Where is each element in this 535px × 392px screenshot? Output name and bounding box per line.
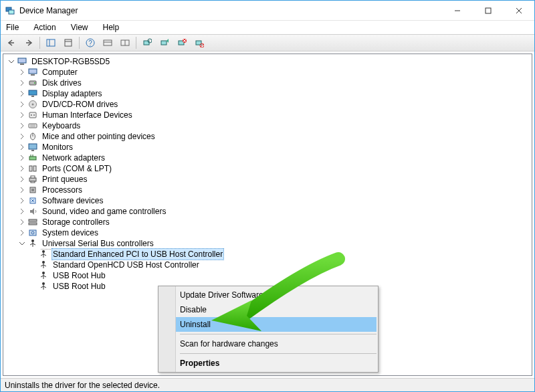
category-label: DVD/CD-ROM drives bbox=[41, 99, 119, 110]
chevron-right-icon[interactable] bbox=[17, 67, 27, 78]
usb-device[interactable]: Standard OpenHCD USB Host Controller bbox=[6, 260, 532, 270]
svg-rect-8 bbox=[47, 39, 55, 46]
category-label: Ports (COM & LPT) bbox=[41, 163, 113, 174]
chevron-right-icon[interactable] bbox=[17, 163, 27, 174]
tree-category[interactable]: Network adapters bbox=[6, 153, 532, 163]
svg-rect-10 bbox=[65, 39, 72, 46]
mouse-icon bbox=[27, 131, 38, 142]
scan-hardware-button[interactable] bbox=[139, 35, 155, 50]
svg-rect-1 bbox=[9, 10, 14, 14]
tree-category-usb[interactable]: Universal Serial Bus controllers bbox=[6, 238, 532, 249]
chevron-right-icon[interactable] bbox=[17, 206, 27, 217]
svg-line-66 bbox=[33, 243, 35, 245]
category-label: Disk drives bbox=[41, 78, 83, 88]
display-icon bbox=[27, 88, 38, 99]
category-label: Print queues bbox=[41, 174, 88, 185]
window-controls bbox=[442, 1, 534, 20]
disk-icon bbox=[27, 78, 38, 88]
svg-rect-29 bbox=[20, 64, 24, 65]
maximize-button[interactable] bbox=[473, 1, 504, 20]
tree-category[interactable]: Software devices bbox=[6, 195, 532, 206]
chevron-right-icon[interactable] bbox=[17, 227, 27, 238]
chevron-down-icon[interactable] bbox=[17, 238, 27, 249]
svg-point-71 bbox=[42, 261, 45, 264]
toolbar-separator bbox=[39, 37, 40, 49]
device-manager-window: Device Manager File Action View Help ? bbox=[0, 0, 535, 392]
svg-rect-20 bbox=[161, 41, 167, 45]
uninstall-button[interactable] bbox=[174, 35, 190, 50]
context-menu-disable[interactable]: Disable bbox=[160, 302, 377, 317]
svg-line-65 bbox=[30, 243, 33, 245]
chevron-right-icon[interactable] bbox=[17, 120, 27, 131]
context-menu-properties[interactable]: Properties bbox=[160, 356, 377, 371]
tree-category[interactable]: System devices bbox=[6, 227, 532, 238]
disable-button[interactable] bbox=[191, 35, 207, 50]
chevron-right-icon[interactable] bbox=[17, 131, 27, 142]
svg-rect-28 bbox=[18, 58, 26, 63]
svg-rect-31 bbox=[31, 74, 35, 76]
back-button[interactable] bbox=[3, 35, 19, 50]
chevron-right-icon[interactable] bbox=[17, 78, 27, 88]
chevron-right-icon[interactable] bbox=[17, 195, 27, 206]
usb-device[interactable]: USB Root Hub bbox=[6, 270, 532, 281]
tree-category[interactable]: Storage controllers bbox=[6, 217, 532, 227]
close-button[interactable] bbox=[504, 1, 534, 20]
chevron-down-icon[interactable] bbox=[6, 56, 17, 67]
svg-rect-14 bbox=[104, 40, 112, 45]
tree-category[interactable]: Processors bbox=[6, 185, 532, 195]
tree-root[interactable]: DESKTOP-RGB5SD5 bbox=[6, 56, 532, 67]
context-menu-scan[interactable]: Scan for hardware changes bbox=[160, 336, 377, 351]
tree-category[interactable]: Sound, video and game controllers bbox=[6, 206, 532, 217]
context-menu-update-driver[interactable]: Update Driver Software... bbox=[160, 288, 377, 302]
svg-rect-35 bbox=[31, 96, 34, 97]
svg-rect-55 bbox=[31, 181, 35, 183]
usb-icon bbox=[27, 238, 38, 249]
svg-rect-41 bbox=[29, 124, 37, 128]
menu-help[interactable]: Help bbox=[100, 22, 122, 33]
tree-category[interactable]: Human Interface Devices bbox=[6, 110, 532, 120]
update-driver-button[interactable] bbox=[156, 35, 173, 50]
chevron-right-icon[interactable] bbox=[17, 142, 27, 153]
tree-category[interactable]: Disk drives bbox=[6, 78, 532, 88]
context-menu-uninstall[interactable]: Uninstall bbox=[160, 317, 377, 332]
usb-device[interactable]: Standard Enhanced PCI to USB Host Contro… bbox=[6, 249, 532, 260]
svg-rect-61 bbox=[29, 230, 36, 235]
printer-icon bbox=[27, 174, 38, 185]
usb-icon bbox=[38, 249, 49, 260]
tree-category[interactable]: Print queues bbox=[6, 174, 532, 185]
tree-category[interactable]: Ports (COM & LPT) bbox=[6, 163, 532, 174]
chevron-right-icon[interactable] bbox=[17, 217, 27, 227]
chevron-right-icon[interactable] bbox=[17, 185, 27, 195]
chevron-right-icon[interactable] bbox=[17, 110, 27, 120]
svg-line-78 bbox=[43, 276, 46, 277]
svg-rect-52 bbox=[33, 166, 36, 171]
tree-category[interactable]: DVD/CD-ROM drives bbox=[6, 99, 532, 110]
chevron-right-icon[interactable] bbox=[17, 174, 27, 185]
svg-rect-34 bbox=[29, 90, 37, 95]
chevron-right-icon[interactable] bbox=[17, 88, 27, 99]
chevron-right-icon[interactable] bbox=[17, 153, 27, 163]
svg-rect-48 bbox=[29, 157, 36, 160]
svg-line-69 bbox=[41, 254, 43, 256]
toolbar-button[interactable] bbox=[117, 35, 133, 50]
show-hide-tree-button[interactable] bbox=[43, 35, 59, 50]
help-button[interactable]: ? bbox=[82, 35, 98, 50]
tree-category[interactable]: Keyboards bbox=[6, 120, 532, 131]
properties-button[interactable] bbox=[60, 35, 76, 50]
tree-category[interactable]: Monitors bbox=[6, 142, 532, 153]
category-label: Monitors bbox=[41, 142, 74, 153]
forward-button[interactable] bbox=[21, 35, 37, 50]
menu-file[interactable]: File bbox=[3, 22, 21, 33]
menu-view[interactable]: View bbox=[68, 22, 91, 33]
minimize-button[interactable] bbox=[442, 1, 473, 20]
tree-category[interactable]: Display adapters bbox=[6, 88, 532, 99]
context-menu: Update Driver Software... Disable Uninst… bbox=[158, 286, 379, 373]
toolbar-button[interactable] bbox=[100, 35, 116, 50]
software-icon bbox=[27, 195, 38, 206]
tree-category[interactable]: Mice and other pointing devices bbox=[6, 131, 532, 142]
menu-action[interactable]: Action bbox=[31, 22, 58, 33]
titlebar: Device Manager bbox=[1, 1, 534, 21]
tree-category[interactable]: Computer bbox=[6, 67, 532, 78]
chevron-right-icon[interactable] bbox=[17, 99, 27, 110]
context-menu-separator bbox=[180, 353, 377, 354]
